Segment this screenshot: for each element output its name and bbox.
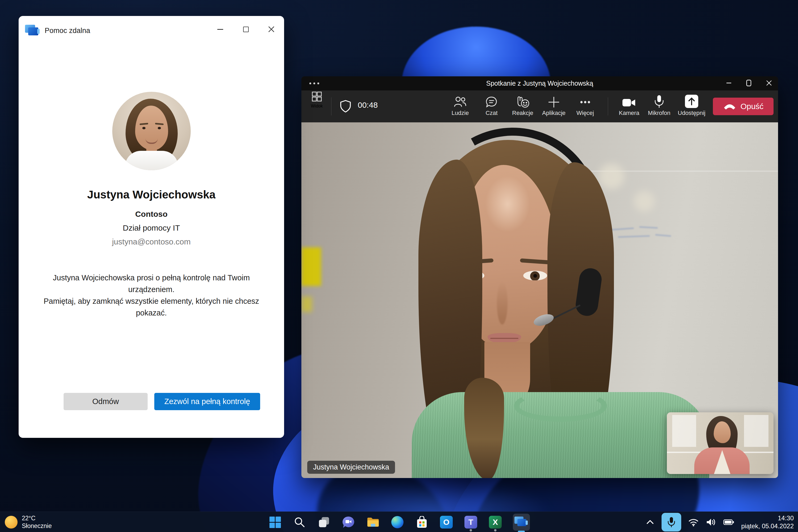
remote-help-minimize-button[interactable] [208, 16, 233, 42]
file-explorer-button[interactable] [366, 515, 380, 529]
meeting-video-stage: Justyna Wojciechowska [301, 122, 778, 478]
search-button[interactable] [292, 515, 306, 529]
store-icon [416, 516, 428, 528]
toolbar-share-button[interactable]: Udostępnij [677, 91, 706, 122]
toolbar-more-button[interactable]: Więcej [571, 91, 600, 122]
clock-date: piątek, 05.04.2022 [741, 522, 794, 530]
search-icon [294, 516, 305, 528]
clock-time: 14:30 [778, 514, 794, 521]
toolbar-apps-label: Aplikacje [539, 110, 568, 116]
toolbar-reactions-label: Reakcje [508, 110, 537, 116]
task-view-icon [318, 516, 330, 528]
task-view-button[interactable] [317, 515, 331, 529]
outlook-button[interactable]: O [439, 515, 453, 529]
toolbar-people-button[interactable]: Ludzie [445, 91, 475, 122]
file-explorer-icon [366, 517, 379, 528]
message-line-1: Justyna Wojciechowska prosi o pełną kont… [53, 273, 250, 294]
teams-app-button[interactable]: T [464, 515, 478, 529]
eye [523, 271, 547, 280]
bokeh-highlight [599, 164, 624, 189]
hangup-icon [723, 102, 736, 111]
leave-call-button[interactable]: Opuść [713, 98, 774, 115]
toolbar-chat-button[interactable]: Czat [477, 91, 506, 122]
edge-browser-button[interactable] [391, 515, 404, 529]
sticky-note [301, 247, 321, 286]
contact-department: Dział pomocy IT [19, 224, 284, 232]
desktop: Spotkanie z Justyną Wojciechowską Widok … [0, 0, 798, 532]
teams-close-button[interactable] [766, 80, 772, 87]
remote-help-maximize-button[interactable] [233, 16, 259, 42]
kitchen-cabinet [744, 415, 768, 447]
remote-help-window: Pomoc zdalna Justyna Wojciechowska Conto… [19, 16, 284, 438]
toolbar-mic-button[interactable]: Mikrofon [645, 91, 674, 122]
deny-button[interactable]: Odmów [63, 393, 148, 410]
leave-call-label: Opuść [741, 102, 764, 111]
weather-condition: Słonecznie [22, 522, 52, 529]
camera-icon [614, 94, 644, 109]
teams-meeting-window: Spotkanie z Justyną Wojciechowską Widok … [301, 76, 778, 478]
weather-widget[interactable]: 22°C Słonecznie [5, 512, 52, 532]
share-icon [677, 94, 706, 109]
kitchen-cabinet [672, 415, 696, 447]
contact-name: Justyna Wojciechowska [19, 188, 284, 201]
allow-full-control-button[interactable]: Zezwól na pełną kontrolę [154, 393, 260, 410]
battery-icon[interactable] [723, 518, 735, 526]
outlook-icon: O [440, 516, 453, 529]
remote-help-icon [25, 25, 40, 36]
tray-chevron-icon[interactable] [646, 519, 654, 525]
sun-icon [5, 516, 18, 529]
windows-logo-icon [269, 516, 281, 528]
system-tray: 14:30 piątek, 05.04.2022 [646, 512, 794, 532]
toolbar-chat-label: Czat [477, 110, 506, 116]
chat-icon [477, 94, 506, 109]
weather-temperature: 22°C [22, 515, 35, 521]
toolbar-apps-button[interactable]: Aplikacje [539, 91, 568, 122]
chat-app-button[interactable] [342, 515, 355, 529]
self-view-video[interactable] [667, 412, 774, 474]
remote-help-close-button[interactable] [259, 16, 284, 42]
teams-minimize-button[interactable] [726, 80, 732, 87]
excel-button[interactable]: X [488, 515, 502, 529]
volume-icon[interactable] [706, 518, 716, 527]
toolbar-camera-button[interactable]: Kamera [614, 91, 644, 122]
remote-help-icon [514, 517, 528, 528]
shield-icon[interactable] [339, 99, 352, 114]
active-app-indicator [518, 531, 525, 532]
teams-maximize-button[interactable] [746, 79, 752, 88]
toolbar-reactions-button[interactable]: Reakcje [508, 91, 537, 122]
call-timer: 00:48 [358, 100, 378, 110]
bokeh-highlight [634, 191, 654, 212]
microsoft-store-button[interactable] [415, 515, 429, 529]
message-line-2: Pamiętaj, aby zamknąć wszystkie elementy… [44, 297, 259, 317]
wifi-icon[interactable] [688, 518, 699, 527]
teams-icon: T [464, 516, 477, 529]
taskbar: 22°C Słonecznie [0, 512, 798, 532]
contact-company: Contoso [19, 210, 284, 218]
start-button[interactable] [268, 515, 282, 529]
edge-icon [391, 516, 403, 528]
green-sweater [412, 392, 709, 478]
toolbar-mic-label: Mikrofon [645, 110, 674, 116]
remote-help-taskbar-button[interactable] [513, 514, 530, 531]
grid-view-icon [306, 91, 327, 104]
permission-request-message: Justyna Wojciechowska prosi o pełną kont… [29, 272, 273, 319]
nose-shading [497, 282, 508, 324]
toolbar-divider [331, 97, 331, 115]
teams-toolbar: Widok 00:48 Ludzie Czat [301, 91, 778, 122]
microphone-icon [645, 94, 674, 109]
more-dots-icon [571, 94, 600, 109]
teams-title-bar[interactable]: Spotkanie z Justyną Wojciechowską [301, 76, 778, 91]
contact-avatar [112, 92, 191, 170]
toolbar-people-label: Ludzie [445, 110, 475, 116]
whiteboard-writing [610, 227, 679, 243]
toolbar-view-label: Widok [306, 104, 327, 109]
active-microphone-indicator[interactable] [662, 513, 681, 531]
running-indicator [470, 529, 472, 531]
toolbar-share-label: Udostępnij [677, 110, 706, 116]
reactions-icon [508, 94, 537, 109]
people-icon [445, 94, 475, 109]
toolbar-view-button[interactable]: Widok [306, 91, 327, 122]
taskbar-clock[interactable]: 14:30 piątek, 05.04.2022 [741, 514, 794, 530]
remote-help-window-title: Pomoc zdalna [45, 26, 90, 35]
taskbar-app-icons: O T X [268, 512, 530, 532]
